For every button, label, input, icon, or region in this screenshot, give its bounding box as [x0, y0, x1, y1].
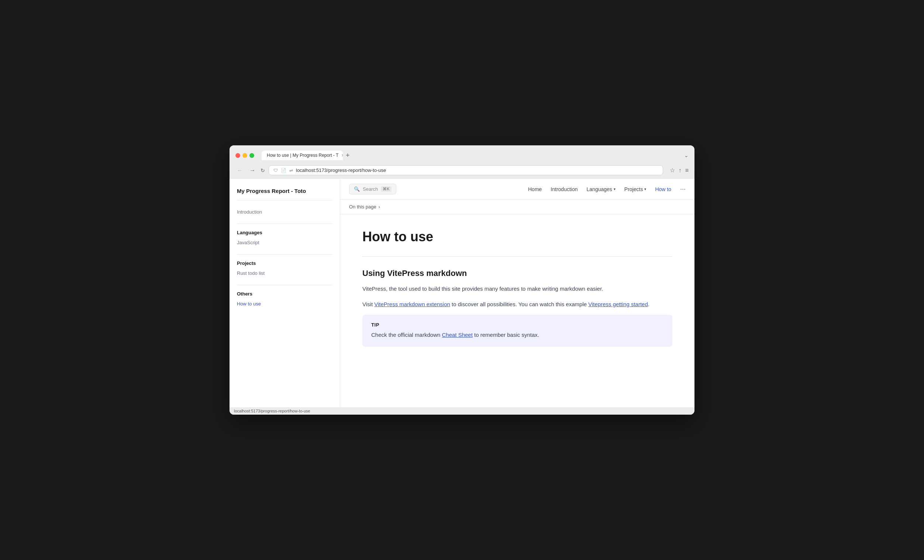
nav-link-how-to-label: How to — [655, 186, 671, 192]
forward-button[interactable]: → — [248, 166, 257, 175]
nav-link-home[interactable]: Home — [528, 186, 542, 192]
nav-link-projects[interactable]: Projects ▾ — [624, 186, 646, 192]
menu-icon[interactable]: ≡ — [685, 167, 688, 174]
tip-end: to remember basic syntax. — [473, 332, 539, 338]
doc-icon: 📄 — [281, 168, 286, 173]
page-content: My Progress Report - Toto Introduction L… — [230, 179, 694, 407]
status-bar: localhost:5173/progress-report/how-to-us… — [230, 407, 694, 415]
search-icon: 🔍 — [354, 186, 360, 192]
share-icon[interactable]: ↑ — [679, 167, 681, 174]
tip-label: TIP — [371, 322, 663, 328]
sidebar-section-projects: Projects Rust todo list — [237, 261, 333, 277]
sidebar-section-title-projects: Projects — [237, 261, 333, 266]
section-title: Using VitePress markdown — [362, 268, 672, 278]
tab-close-icon[interactable]: ✕ — [341, 153, 343, 158]
nav-link-languages[interactable]: Languages ▾ — [587, 186, 615, 192]
nav-link-how-to[interactable]: How to — [655, 186, 671, 192]
sidebar-divider-1 — [237, 223, 333, 224]
sidebar-item-introduction[interactable]: Introduction — [237, 208, 333, 216]
browser-tab[interactable]: How to use | My Progress Report - T ✕ — [262, 151, 343, 160]
sidebar-divider-3 — [237, 285, 333, 285]
para2-start: Visit — [362, 301, 374, 307]
search-bar[interactable]: 🔍 Search ⌘K — [349, 184, 396, 195]
sidebar-divider-2 — [237, 254, 333, 255]
nav-links: Home Introduction Languages ▾ Projects ▾ — [528, 185, 686, 193]
paragraph-2: Visit VitePress markdown extension to di… — [362, 299, 672, 309]
chevron-down-icon-2: ▾ — [644, 187, 646, 191]
nav-link-introduction[interactable]: Introduction — [550, 186, 578, 192]
tip-start: Check the official markdown — [371, 332, 442, 338]
shield-icon: 🛡 — [273, 168, 278, 173]
content-area: How to use Using VitePress markdown Vite… — [340, 214, 694, 407]
browser-window: How to use | My Progress Report - T ✕ + … — [230, 145, 694, 415]
url-text: localhost:5173/progress-report/how-to-us… — [296, 168, 386, 173]
vitepress-started-link[interactable]: Vitepress getting started — [588, 301, 648, 307]
connection-icon: ⇌ — [289, 168, 293, 173]
sidebar-brand: My Progress Report - Toto — [237, 188, 333, 200]
tab-chevron-icon[interactable]: ⌄ — [684, 152, 688, 158]
sidebar-item-javascript[interactable]: JavaScript — [237, 238, 333, 247]
paragraph-1: VitePress, the tool used to build this s… — [362, 284, 672, 293]
nav-link-projects-label: Projects — [624, 186, 643, 192]
browser-actions: ☆ ↑ ≡ — [670, 167, 688, 174]
nav-link-home-label: Home — [528, 186, 542, 192]
para2-end: . — [648, 301, 650, 307]
cheat-sheet-link[interactable]: Cheat Sheet — [442, 332, 472, 338]
on-this-page-bar[interactable]: On this page › — [340, 199, 694, 214]
sidebar-section-others: Others How to use — [237, 291, 333, 308]
back-button[interactable]: ← — [236, 166, 244, 175]
page-title: How to use — [362, 229, 672, 245]
traffic-lights — [236, 153, 254, 158]
tab-title: How to use | My Progress Report - T — [267, 153, 338, 158]
nav-link-introduction-label: Introduction — [550, 186, 578, 192]
para2-mid: to discover all possibilities. You can w… — [450, 301, 588, 307]
address-bar: ← → ↻ 🛡 📄 ⇌ localhost:5173/progress-repo… — [230, 163, 694, 179]
nav-link-languages-label: Languages — [587, 186, 612, 192]
vitepress-ext-link[interactable]: VitePress markdown extension — [374, 301, 450, 307]
top-nav: 🔍 Search ⌘K Home Introduction Languages … — [340, 179, 694, 199]
browser-chrome: How to use | My Progress Report - T ✕ + … — [230, 145, 694, 179]
maximize-button[interactable] — [249, 153, 254, 158]
sidebar-section-title-others: Others — [237, 291, 333, 296]
refresh-button[interactable]: ↻ — [261, 168, 265, 174]
tip-box: TIP Check the official markdown Cheat Sh… — [362, 315, 672, 347]
sidebar-item-how-to-use[interactable]: How to use — [237, 299, 333, 308]
bookmark-icon[interactable]: ☆ — [670, 167, 675, 174]
search-kbd: ⌘K — [381, 186, 391, 192]
tab-bar: How to use | My Progress Report - T ✕ + … — [262, 151, 688, 160]
chevron-right-icon: › — [379, 204, 380, 210]
content-divider — [362, 256, 672, 257]
on-this-page-label: On this page — [349, 204, 376, 210]
minimize-button[interactable] — [243, 153, 247, 158]
tab-add-icon[interactable]: + — [346, 152, 350, 159]
more-options-icon[interactable]: ··· — [680, 185, 686, 193]
search-label: Search — [363, 186, 378, 192]
sidebar-section-top: Introduction — [237, 208, 333, 216]
chevron-down-icon: ▾ — [614, 187, 615, 191]
sidebar-section-title-languages: Languages — [237, 230, 333, 235]
title-bar: How to use | My Progress Report - T ✕ + … — [230, 145, 694, 163]
tip-text: Check the official markdown Cheat Sheet … — [371, 331, 663, 339]
url-bar[interactable]: 🛡 📄 ⇌ localhost:5173/progress-report/how… — [268, 165, 663, 175]
sidebar: My Progress Report - Toto Introduction L… — [230, 179, 340, 407]
status-url: localhost:5173/progress-report/how-to-us… — [234, 409, 310, 413]
sidebar-item-rust-todo[interactable]: Rust todo list — [237, 269, 333, 277]
sidebar-section-languages: Languages JavaScript — [237, 230, 333, 247]
close-button[interactable] — [236, 153, 240, 158]
main-area: 🔍 Search ⌘K Home Introduction Languages … — [340, 179, 694, 407]
